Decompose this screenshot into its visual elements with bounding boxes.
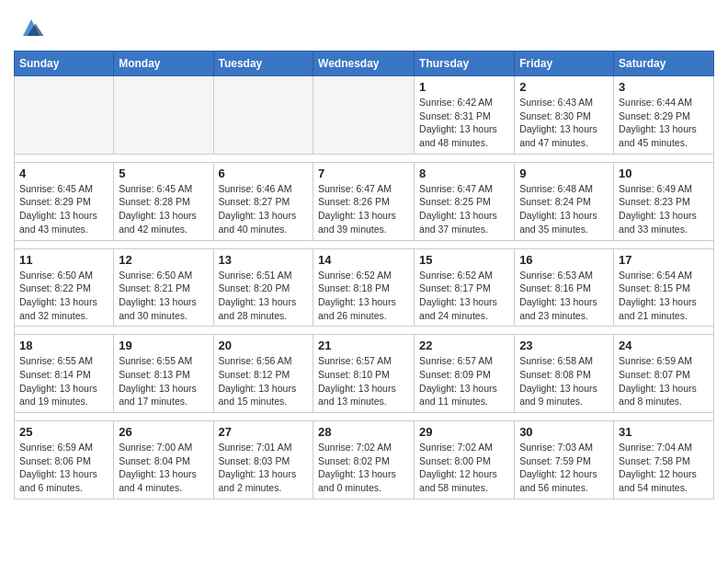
day-info: Sunrise: 6:54 AMSunset: 8:15 PMDaylight:… (619, 269, 709, 323)
day-number: 15 (419, 253, 509, 267)
empty-cell (313, 76, 415, 155)
day-number: 24 (619, 339, 709, 352)
day-number: 11 (19, 253, 108, 267)
calendar-week-row: 1Sunrise: 6:42 AMSunset: 8:31 PMDaylight… (15, 76, 714, 155)
day-info: Sunrise: 6:57 AMSunset: 8:10 PMDaylight:… (318, 354, 409, 408)
day-number: 22 (419, 339, 509, 352)
day-info: Sunrise: 6:45 AMSunset: 8:29 PMDaylight:… (19, 182, 108, 236)
day-cell: 3Sunrise: 6:44 AMSunset: 8:29 PMDaylight… (614, 76, 714, 155)
day-info: Sunrise: 6:51 AMSunset: 8:20 PMDaylight:… (219, 269, 309, 323)
day-info: Sunrise: 6:45 AMSunset: 8:28 PMDaylight:… (119, 182, 208, 236)
day-number: 28 (318, 425, 409, 439)
calendar-week-row: 25Sunrise: 6:59 AMSunset: 8:06 PMDayligh… (15, 421, 714, 500)
day-info: Sunrise: 6:52 AMSunset: 8:18 PMDaylight:… (318, 269, 409, 323)
day-cell: 7Sunrise: 6:47 AMSunset: 8:26 PMDaylight… (313, 162, 415, 240)
day-number: 27 (219, 425, 309, 439)
calendar-header-row: SundayMondayTuesdayWednesdayThursdayFrid… (15, 52, 714, 76)
day-of-week-header: Wednesday (313, 52, 415, 76)
day-cell: 27Sunrise: 7:01 AMSunset: 8:03 PMDayligh… (213, 421, 313, 500)
day-number: 21 (318, 339, 409, 352)
day-info: Sunrise: 6:55 AMSunset: 8:14 PMDaylight:… (19, 354, 108, 408)
day-info: Sunrise: 6:46 AMSunset: 8:27 PMDaylight:… (219, 182, 309, 236)
day-cell: 16Sunrise: 6:53 AMSunset: 8:16 PMDayligh… (515, 248, 614, 327)
day-number: 19 (119, 339, 208, 352)
day-info: Sunrise: 6:55 AMSunset: 8:13 PMDaylight:… (119, 354, 208, 408)
day-cell: 12Sunrise: 6:50 AMSunset: 8:21 PMDayligh… (114, 248, 213, 327)
calendar-week-row: 11Sunrise: 6:50 AMSunset: 8:22 PMDayligh… (15, 248, 714, 327)
day-number: 12 (119, 253, 208, 267)
day-info: Sunrise: 6:53 AMSunset: 8:16 PMDaylight:… (519, 269, 609, 323)
day-cell: 10Sunrise: 6:49 AMSunset: 8:23 PMDayligh… (614, 162, 714, 240)
day-number: 9 (519, 167, 609, 180)
day-info: Sunrise: 6:59 AMSunset: 8:07 PMDaylight:… (619, 354, 709, 408)
page-header (14, 14, 714, 41)
day-cell: 15Sunrise: 6:52 AMSunset: 8:17 PMDayligh… (415, 248, 515, 327)
day-info: Sunrise: 7:02 AMSunset: 8:00 PMDaylight:… (419, 441, 509, 495)
day-cell: 9Sunrise: 6:48 AMSunset: 8:24 PMDaylight… (515, 162, 614, 240)
day-of-week-header: Monday (114, 52, 213, 76)
day-info: Sunrise: 6:42 AMSunset: 8:31 PMDaylight:… (419, 96, 509, 150)
day-cell: 31Sunrise: 7:04 AMSunset: 7:58 PMDayligh… (614, 421, 714, 500)
day-cell: 14Sunrise: 6:52 AMSunset: 8:18 PMDayligh… (313, 248, 415, 327)
day-cell: 24Sunrise: 6:59 AMSunset: 8:07 PMDayligh… (614, 335, 714, 413)
day-cell: 26Sunrise: 7:00 AMSunset: 8:04 PMDayligh… (114, 421, 213, 500)
day-number: 1 (419, 80, 509, 94)
day-number: 25 (19, 425, 108, 439)
empty-cell (15, 76, 114, 155)
day-cell: 13Sunrise: 6:51 AMSunset: 8:20 PMDayligh… (213, 248, 313, 327)
day-cell: 22Sunrise: 6:57 AMSunset: 8:09 PMDayligh… (415, 335, 515, 413)
day-cell: 8Sunrise: 6:47 AMSunset: 8:25 PMDaylight… (415, 162, 515, 240)
day-number: 8 (419, 167, 509, 180)
day-number: 14 (318, 253, 409, 267)
day-info: Sunrise: 6:43 AMSunset: 8:30 PMDaylight:… (519, 96, 609, 150)
day-info: Sunrise: 6:48 AMSunset: 8:24 PMDaylight:… (519, 182, 609, 236)
day-cell: 1Sunrise: 6:42 AMSunset: 8:31 PMDaylight… (415, 76, 515, 155)
day-number: 23 (519, 339, 609, 352)
logo-icon (17, 14, 45, 41)
day-cell: 21Sunrise: 6:57 AMSunset: 8:10 PMDayligh… (313, 335, 415, 413)
day-number: 17 (619, 253, 709, 267)
day-number: 13 (219, 253, 309, 267)
day-of-week-header: Sunday (15, 52, 114, 76)
day-cell: 30Sunrise: 7:03 AMSunset: 7:59 PMDayligh… (515, 421, 614, 500)
day-number: 31 (619, 425, 709, 439)
day-cell: 25Sunrise: 6:59 AMSunset: 8:06 PMDayligh… (15, 421, 114, 500)
day-number: 3 (619, 80, 709, 94)
day-info: Sunrise: 6:59 AMSunset: 8:06 PMDaylight:… (19, 441, 108, 495)
empty-cell (213, 76, 313, 155)
day-info: Sunrise: 7:02 AMSunset: 8:02 PMDaylight:… (318, 441, 409, 495)
day-cell: 28Sunrise: 7:02 AMSunset: 8:02 PMDayligh… (313, 421, 415, 500)
day-number: 16 (519, 253, 609, 267)
day-number: 4 (19, 167, 108, 180)
day-cell: 11Sunrise: 6:50 AMSunset: 8:22 PMDayligh… (15, 248, 114, 327)
day-number: 5 (119, 167, 208, 180)
day-info: Sunrise: 6:52 AMSunset: 8:17 PMDaylight:… (419, 269, 509, 323)
day-info: Sunrise: 6:47 AMSunset: 8:25 PMDaylight:… (419, 182, 509, 236)
day-number: 20 (219, 339, 309, 352)
day-info: Sunrise: 7:01 AMSunset: 8:03 PMDaylight:… (219, 441, 309, 495)
week-separator (15, 154, 714, 162)
day-info: Sunrise: 6:57 AMSunset: 8:09 PMDaylight:… (419, 354, 509, 408)
day-cell: 6Sunrise: 6:46 AMSunset: 8:27 PMDaylight… (213, 162, 313, 240)
day-cell: 18Sunrise: 6:55 AMSunset: 8:14 PMDayligh… (15, 335, 114, 413)
day-number: 10 (619, 167, 709, 180)
logo (14, 14, 45, 41)
week-separator (15, 413, 714, 421)
day-info: Sunrise: 6:50 AMSunset: 8:21 PMDaylight:… (119, 269, 208, 323)
day-info: Sunrise: 7:03 AMSunset: 7:59 PMDaylight:… (519, 441, 609, 495)
day-info: Sunrise: 6:50 AMSunset: 8:22 PMDaylight:… (19, 269, 108, 323)
day-info: Sunrise: 6:44 AMSunset: 8:29 PMDaylight:… (619, 96, 709, 150)
calendar-table: SundayMondayTuesdayWednesdayThursdayFrid… (14, 51, 714, 500)
day-info: Sunrise: 6:49 AMSunset: 8:23 PMDaylight:… (619, 182, 709, 236)
day-number: 30 (519, 425, 609, 439)
day-info: Sunrise: 6:56 AMSunset: 8:12 PMDaylight:… (219, 354, 309, 408)
day-info: Sunrise: 7:00 AMSunset: 8:04 PMDaylight:… (119, 441, 208, 495)
day-number: 6 (219, 167, 309, 180)
day-number: 29 (419, 425, 509, 439)
day-number: 2 (519, 80, 609, 94)
calendar-week-row: 4Sunrise: 6:45 AMSunset: 8:29 PMDaylight… (15, 162, 714, 240)
day-cell: 20Sunrise: 6:56 AMSunset: 8:12 PMDayligh… (213, 335, 313, 413)
day-of-week-header: Saturday (614, 52, 714, 76)
day-cell: 19Sunrise: 6:55 AMSunset: 8:13 PMDayligh… (114, 335, 213, 413)
day-of-week-header: Thursday (415, 52, 515, 76)
